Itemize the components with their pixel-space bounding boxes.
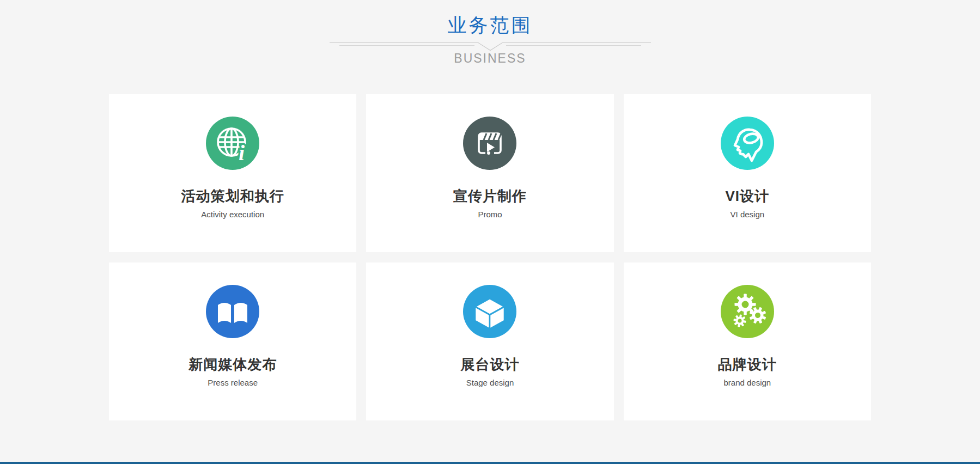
card-icon-wrap (366, 117, 613, 170)
bottom-divider-bar (0, 462, 980, 464)
card-brand-design[interactable]: 品牌设计 brand design (624, 262, 871, 420)
page-subtitle: BUSINESS (0, 51, 980, 66)
cube-icon (463, 285, 516, 338)
card-press-release[interactable]: 新闻媒体发布 Press release (109, 262, 356, 420)
card-promo[interactable]: 宣传片制作 Promo (366, 94, 613, 252)
card-activity-execution[interactable]: i 活动策划和执行 Activity execution (109, 94, 356, 252)
head-profile-icon (721, 117, 774, 170)
card-title-zh: 宣传片制作 (366, 188, 613, 204)
card-title-zh: 展台设计 (366, 356, 613, 373)
open-book-icon (206, 285, 259, 338)
card-title-zh: VI设计 (624, 188, 871, 204)
card-subtitle-en: Press release (109, 378, 356, 388)
card-title-zh: 品牌设计 (624, 356, 871, 373)
card-icon-wrap (109, 285, 356, 338)
card-subtitle-en: Stage design (366, 378, 613, 388)
card-subtitle-en: Activity execution (109, 210, 356, 219)
page-title: 业务范围 (0, 14, 980, 36)
card-icon-wrap (366, 285, 613, 338)
business-card-grid: i 活动策划和执行 Activity execution (109, 94, 871, 420)
card-vi-design[interactable]: VI设计 VI design (624, 94, 871, 252)
card-icon-wrap: i (109, 117, 356, 170)
card-title-zh: 新闻媒体发布 (109, 356, 356, 373)
card-icon-wrap (624, 117, 871, 170)
card-title-zh: 活动策划和执行 (109, 188, 356, 204)
card-stage-design[interactable]: 展台设计 Stage design (366, 262, 613, 420)
card-subtitle-en: brand design (624, 378, 871, 388)
gears-icon (721, 285, 774, 338)
card-icon-wrap (624, 285, 871, 338)
business-section-header: 业务范围 BUSINESS (0, 0, 980, 66)
globe-info-icon: i (206, 117, 259, 170)
clapperboard-play-icon (463, 117, 516, 170)
svg-text:i: i (239, 141, 245, 165)
card-subtitle-en: Promo (366, 210, 613, 219)
card-subtitle-en: VI design (624, 210, 871, 219)
